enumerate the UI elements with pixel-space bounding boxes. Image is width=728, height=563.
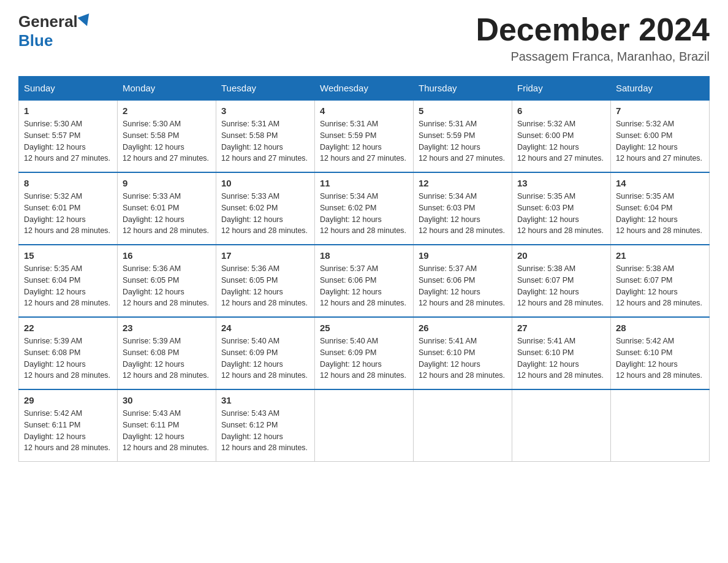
day-number: 28 xyxy=(616,323,704,333)
title-area: December 2024 Passagem Franca, Maranhao,… xyxy=(476,12,710,64)
day-number: 24 xyxy=(221,323,309,333)
day-info: Sunrise: 5:33 AMSunset: 6:02 PMDaylight:… xyxy=(221,191,309,237)
day-info: Sunrise: 5:40 AMSunset: 6:09 PMDaylight:… xyxy=(221,335,309,381)
day-number: 22 xyxy=(24,323,112,333)
calendar-week-row: 22Sunrise: 5:39 AMSunset: 6:08 PMDayligh… xyxy=(19,317,710,389)
column-header-monday: Monday xyxy=(118,77,216,101)
day-info: Sunrise: 5:31 AMSunset: 5:59 PMDaylight:… xyxy=(419,118,507,164)
day-number: 12 xyxy=(419,178,507,188)
day-info: Sunrise: 5:32 AMSunset: 6:01 PMDaylight:… xyxy=(24,191,112,237)
day-info: Sunrise: 5:34 AMSunset: 6:03 PMDaylight:… xyxy=(419,191,507,237)
day-number: 6 xyxy=(517,105,605,116)
column-header-thursday: Thursday xyxy=(414,77,512,101)
day-number: 29 xyxy=(24,395,112,405)
day-number: 10 xyxy=(221,178,309,188)
day-number: 13 xyxy=(517,178,605,188)
day-number: 14 xyxy=(616,178,704,188)
table-row: 4Sunrise: 5:31 AMSunset: 5:59 PMDaylight… xyxy=(315,100,414,172)
table-row: 7Sunrise: 5:32 AMSunset: 6:00 PMDaylight… xyxy=(611,100,710,172)
table-row: 15Sunrise: 5:35 AMSunset: 6:04 PMDayligh… xyxy=(19,245,118,317)
day-number: 15 xyxy=(24,250,112,261)
table-row: 6Sunrise: 5:32 AMSunset: 6:00 PMDaylight… xyxy=(512,100,611,172)
day-info: Sunrise: 5:35 AMSunset: 6:03 PMDaylight:… xyxy=(517,191,605,237)
table-row: 1Sunrise: 5:30 AMSunset: 5:57 PMDaylight… xyxy=(19,100,118,172)
day-info: Sunrise: 5:36 AMSunset: 6:05 PMDaylight:… xyxy=(123,263,211,309)
day-info: Sunrise: 5:31 AMSunset: 5:58 PMDaylight:… xyxy=(221,118,309,164)
day-info: Sunrise: 5:33 AMSunset: 6:01 PMDaylight:… xyxy=(123,191,211,237)
table-row: 17Sunrise: 5:36 AMSunset: 6:05 PMDayligh… xyxy=(216,245,315,317)
day-info: Sunrise: 5:38 AMSunset: 6:07 PMDaylight:… xyxy=(616,263,704,309)
day-number: 26 xyxy=(419,323,507,333)
day-number: 11 xyxy=(320,178,408,188)
table-row: 23Sunrise: 5:39 AMSunset: 6:08 PMDayligh… xyxy=(118,317,216,389)
day-number: 27 xyxy=(517,323,605,333)
day-info: Sunrise: 5:41 AMSunset: 6:10 PMDaylight:… xyxy=(419,335,507,381)
month-title: December 2024 xyxy=(476,12,710,47)
day-info: Sunrise: 5:32 AMSunset: 6:00 PMDaylight:… xyxy=(517,118,605,164)
day-info: Sunrise: 5:30 AMSunset: 5:57 PMDaylight:… xyxy=(24,118,112,164)
day-number: 2 xyxy=(123,105,211,116)
day-number: 18 xyxy=(320,250,408,261)
table-row: 20Sunrise: 5:38 AMSunset: 6:07 PMDayligh… xyxy=(512,245,611,317)
day-number: 7 xyxy=(616,105,704,116)
day-info: Sunrise: 5:30 AMSunset: 5:58 PMDaylight:… xyxy=(123,118,211,164)
day-info: Sunrise: 5:42 AMSunset: 6:11 PMDaylight:… xyxy=(24,408,112,454)
day-info: Sunrise: 5:39 AMSunset: 6:08 PMDaylight:… xyxy=(123,335,211,381)
table-row: 9Sunrise: 5:33 AMSunset: 6:01 PMDaylight… xyxy=(118,172,216,245)
logo-blue-text: Blue xyxy=(18,31,53,50)
column-header-tuesday: Tuesday xyxy=(216,77,315,101)
day-number: 21 xyxy=(616,250,704,261)
table-row xyxy=(611,389,710,462)
logo-general-text: General xyxy=(18,12,78,31)
table-row xyxy=(512,389,611,462)
table-row: 10Sunrise: 5:33 AMSunset: 6:02 PMDayligh… xyxy=(216,172,315,245)
logo: General Blue xyxy=(18,12,91,50)
day-number: 20 xyxy=(517,250,605,261)
table-row: 21Sunrise: 5:38 AMSunset: 6:07 PMDayligh… xyxy=(611,245,710,317)
table-row: 16Sunrise: 5:36 AMSunset: 6:05 PMDayligh… xyxy=(118,245,216,317)
table-row xyxy=(315,389,414,462)
table-row: 27Sunrise: 5:41 AMSunset: 6:10 PMDayligh… xyxy=(512,317,611,389)
day-info: Sunrise: 5:37 AMSunset: 6:06 PMDaylight:… xyxy=(320,263,408,309)
calendar-week-row: 8Sunrise: 5:32 AMSunset: 6:01 PMDaylight… xyxy=(19,172,710,245)
table-row: 3Sunrise: 5:31 AMSunset: 5:58 PMDaylight… xyxy=(216,100,315,172)
calendar-week-row: 29Sunrise: 5:42 AMSunset: 6:11 PMDayligh… xyxy=(19,389,710,462)
table-row: 22Sunrise: 5:39 AMSunset: 6:08 PMDayligh… xyxy=(19,317,118,389)
day-info: Sunrise: 5:36 AMSunset: 6:05 PMDaylight:… xyxy=(221,263,309,309)
table-row: 29Sunrise: 5:42 AMSunset: 6:11 PMDayligh… xyxy=(19,389,118,462)
location-text: Passagem Franca, Maranhao, Brazil xyxy=(476,50,710,64)
day-number: 8 xyxy=(24,178,112,188)
table-row: 5Sunrise: 5:31 AMSunset: 5:59 PMDaylight… xyxy=(414,100,512,172)
day-number: 19 xyxy=(419,250,507,261)
day-number: 4 xyxy=(320,105,408,116)
day-info: Sunrise: 5:34 AMSunset: 6:02 PMDaylight:… xyxy=(320,191,408,237)
day-number: 17 xyxy=(221,250,309,261)
day-number: 31 xyxy=(221,395,309,405)
column-header-friday: Friday xyxy=(512,77,611,101)
table-row: 18Sunrise: 5:37 AMSunset: 6:06 PMDayligh… xyxy=(315,245,414,317)
calendar-table: SundayMondayTuesdayWednesdayThursdayFrid… xyxy=(18,76,710,462)
table-row: 13Sunrise: 5:35 AMSunset: 6:03 PMDayligh… xyxy=(512,172,611,245)
day-info: Sunrise: 5:43 AMSunset: 6:11 PMDaylight:… xyxy=(123,408,211,454)
day-info: Sunrise: 5:38 AMSunset: 6:07 PMDaylight:… xyxy=(517,263,605,309)
day-info: Sunrise: 5:40 AMSunset: 6:09 PMDaylight:… xyxy=(320,335,408,381)
column-header-saturday: Saturday xyxy=(611,77,710,101)
day-number: 3 xyxy=(221,105,309,116)
day-number: 9 xyxy=(123,178,211,188)
logo-triangle-icon xyxy=(77,13,93,28)
table-row: 19Sunrise: 5:37 AMSunset: 6:06 PMDayligh… xyxy=(414,245,512,317)
table-row: 28Sunrise: 5:42 AMSunset: 6:10 PMDayligh… xyxy=(611,317,710,389)
day-number: 25 xyxy=(320,323,408,333)
day-info: Sunrise: 5:31 AMSunset: 5:59 PMDaylight:… xyxy=(320,118,408,164)
table-row: 31Sunrise: 5:43 AMSunset: 6:12 PMDayligh… xyxy=(216,389,315,462)
day-info: Sunrise: 5:32 AMSunset: 6:00 PMDaylight:… xyxy=(616,118,704,164)
day-info: Sunrise: 5:41 AMSunset: 6:10 PMDaylight:… xyxy=(517,335,605,381)
table-row: 2Sunrise: 5:30 AMSunset: 5:58 PMDaylight… xyxy=(118,100,216,172)
day-number: 30 xyxy=(123,395,211,405)
table-row: 8Sunrise: 5:32 AMSunset: 6:01 PMDaylight… xyxy=(19,172,118,245)
table-row: 24Sunrise: 5:40 AMSunset: 6:09 PMDayligh… xyxy=(216,317,315,389)
day-info: Sunrise: 5:35 AMSunset: 6:04 PMDaylight:… xyxy=(24,263,112,309)
day-number: 23 xyxy=(123,323,211,333)
day-number: 16 xyxy=(123,250,211,261)
column-header-wednesday: Wednesday xyxy=(315,77,414,101)
